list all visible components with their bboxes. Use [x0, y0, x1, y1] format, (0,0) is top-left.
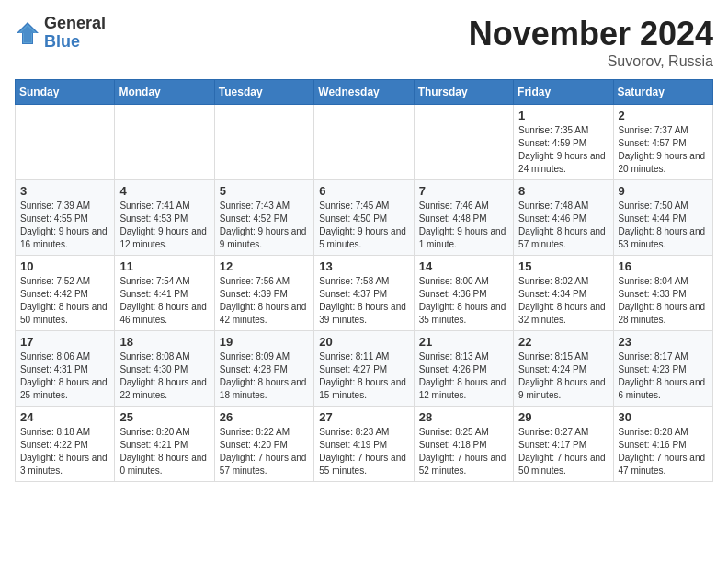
location: Suvorov, Russia	[469, 53, 713, 70]
day-number: 28	[419, 410, 508, 424]
calendar-table: SundayMondayTuesdayWednesdayThursdayFrid…	[15, 79, 713, 482]
calendar-week-row: 24Sunrise: 8:18 AM Sunset: 4:22 PM Dayli…	[16, 407, 713, 482]
day-number: 19	[220, 335, 309, 349]
day-info: Sunrise: 8:08 AM Sunset: 4:30 PM Dayligh…	[119, 350, 209, 402]
calendar-cell	[115, 105, 214, 180]
calendar-cell	[16, 105, 115, 180]
day-number: 4	[119, 184, 209, 198]
day-info: Sunrise: 7:37 AM Sunset: 4:57 PM Dayligh…	[619, 124, 708, 176]
calendar-cell: 20Sunrise: 8:11 AM Sunset: 4:27 PM Dayli…	[314, 331, 414, 407]
calendar-cell: 9Sunrise: 7:50 AM Sunset: 4:44 PM Daylig…	[613, 180, 712, 256]
day-info: Sunrise: 7:56 AM Sunset: 4:39 PM Dayligh…	[220, 275, 309, 327]
weekday-header: Monday	[115, 80, 214, 105]
calendar-cell: 26Sunrise: 8:22 AM Sunset: 4:20 PM Dayli…	[214, 407, 313, 482]
day-info: Sunrise: 8:23 AM Sunset: 4:19 PM Dayligh…	[319, 426, 408, 477]
day-info: Sunrise: 7:35 AM Sunset: 4:59 PM Dayligh…	[518, 124, 608, 176]
day-info: Sunrise: 8:22 AM Sunset: 4:20 PM Dayligh…	[220, 426, 309, 477]
day-info: Sunrise: 7:58 AM Sunset: 4:37 PM Dayligh…	[319, 275, 408, 327]
calendar-cell: 15Sunrise: 8:02 AM Sunset: 4:34 PM Dayli…	[514, 256, 613, 331]
day-info: Sunrise: 8:25 AM Sunset: 4:18 PM Dayligh…	[419, 426, 508, 477]
calendar-cell: 17Sunrise: 8:06 AM Sunset: 4:31 PM Dayli…	[16, 331, 115, 407]
calendar-cell: 13Sunrise: 7:58 AM Sunset: 4:37 PM Dayli…	[314, 256, 414, 331]
day-info: Sunrise: 8:13 AM Sunset: 4:26 PM Dayligh…	[419, 350, 508, 402]
day-number: 16	[619, 259, 708, 273]
weekday-header: Thursday	[414, 80, 513, 105]
title-block: November 2024 Suvorov, Russia	[469, 15, 713, 70]
calendar-cell: 8Sunrise: 7:48 AM Sunset: 4:46 PM Daylig…	[514, 180, 613, 256]
calendar-week-row: 10Sunrise: 7:52 AM Sunset: 4:42 PM Dayli…	[16, 256, 713, 331]
day-info: Sunrise: 7:50 AM Sunset: 4:44 PM Dayligh…	[619, 200, 708, 251]
calendar-cell: 22Sunrise: 8:15 AM Sunset: 4:24 PM Dayli…	[514, 331, 613, 407]
calendar-cell: 16Sunrise: 8:04 AM Sunset: 4:33 PM Dayli…	[613, 256, 712, 331]
calendar-cell	[314, 105, 414, 180]
day-number: 20	[319, 335, 408, 349]
calendar-cell: 12Sunrise: 7:56 AM Sunset: 4:39 PM Dayli…	[214, 256, 313, 331]
day-number: 13	[319, 259, 408, 273]
day-number: 15	[518, 259, 608, 273]
day-number: 27	[319, 410, 408, 424]
day-info: Sunrise: 7:43 AM Sunset: 4:52 PM Dayligh…	[220, 200, 309, 251]
day-number: 11	[119, 259, 209, 273]
day-info: Sunrise: 8:04 AM Sunset: 4:33 PM Dayligh…	[619, 275, 708, 327]
calendar-cell: 7Sunrise: 7:46 AM Sunset: 4:48 PM Daylig…	[414, 180, 513, 256]
day-info: Sunrise: 8:17 AM Sunset: 4:23 PM Dayligh…	[619, 350, 708, 402]
day-info: Sunrise: 8:28 AM Sunset: 4:16 PM Dayligh…	[619, 426, 708, 477]
calendar-cell: 27Sunrise: 8:23 AM Sunset: 4:19 PM Dayli…	[314, 407, 414, 482]
day-info: Sunrise: 8:11 AM Sunset: 4:27 PM Dayligh…	[319, 350, 408, 402]
logo-text: General Blue	[44, 15, 106, 52]
day-number: 12	[220, 259, 309, 273]
day-number: 25	[119, 410, 209, 424]
weekday-header: Sunday	[16, 80, 115, 105]
calendar-cell: 3Sunrise: 7:39 AM Sunset: 4:55 PM Daylig…	[16, 180, 115, 256]
calendar-body: 1Sunrise: 7:35 AM Sunset: 4:59 PM Daylig…	[16, 105, 713, 482]
day-number: 2	[619, 109, 708, 122]
day-number: 6	[319, 184, 408, 198]
day-info: Sunrise: 8:06 AM Sunset: 4:31 PM Dayligh…	[20, 350, 109, 402]
logo: General Blue	[15, 15, 106, 52]
day-number: 17	[20, 335, 109, 349]
day-number: 5	[220, 184, 309, 198]
day-number: 29	[518, 410, 608, 424]
calendar-cell: 2Sunrise: 7:37 AM Sunset: 4:57 PM Daylig…	[613, 105, 712, 180]
day-info: Sunrise: 7:54 AM Sunset: 4:41 PM Dayligh…	[119, 275, 209, 327]
day-info: Sunrise: 8:20 AM Sunset: 4:21 PM Dayligh…	[119, 426, 209, 477]
calendar-week-row: 1Sunrise: 7:35 AM Sunset: 4:59 PM Daylig…	[16, 105, 713, 180]
calendar-cell: 1Sunrise: 7:35 AM Sunset: 4:59 PM Daylig…	[514, 105, 613, 180]
calendar-cell: 30Sunrise: 8:28 AM Sunset: 4:16 PM Dayli…	[613, 407, 712, 482]
day-number: 9	[619, 184, 708, 198]
day-info: Sunrise: 7:39 AM Sunset: 4:55 PM Dayligh…	[20, 200, 109, 251]
calendar-cell: 28Sunrise: 8:25 AM Sunset: 4:18 PM Dayli…	[414, 407, 513, 482]
day-number: 8	[518, 184, 608, 198]
day-info: Sunrise: 7:45 AM Sunset: 4:50 PM Dayligh…	[319, 200, 408, 251]
calendar-cell: 25Sunrise: 8:20 AM Sunset: 4:21 PM Dayli…	[115, 407, 214, 482]
day-info: Sunrise: 8:18 AM Sunset: 4:22 PM Dayligh…	[20, 426, 109, 477]
day-info: Sunrise: 8:15 AM Sunset: 4:24 PM Dayligh…	[518, 350, 608, 402]
page-header: General Blue November 2024 Suvorov, Russ…	[15, 15, 713, 70]
calendar-cell: 6Sunrise: 7:45 AM Sunset: 4:50 PM Daylig…	[314, 180, 414, 256]
calendar-header: SundayMondayTuesdayWednesdayThursdayFrid…	[16, 80, 713, 105]
calendar-cell: 21Sunrise: 8:13 AM Sunset: 4:26 PM Dayli…	[414, 331, 513, 407]
day-number: 18	[119, 335, 209, 349]
calendar-cell: 4Sunrise: 7:41 AM Sunset: 4:53 PM Daylig…	[115, 180, 214, 256]
day-number: 30	[619, 410, 708, 424]
day-info: Sunrise: 8:00 AM Sunset: 4:36 PM Dayligh…	[419, 275, 508, 327]
calendar-cell: 19Sunrise: 8:09 AM Sunset: 4:28 PM Dayli…	[214, 331, 313, 407]
day-info: Sunrise: 7:52 AM Sunset: 4:42 PM Dayligh…	[20, 275, 109, 327]
day-number: 21	[419, 335, 508, 349]
day-info: Sunrise: 8:09 AM Sunset: 4:28 PM Dayligh…	[220, 350, 309, 402]
calendar-week-row: 17Sunrise: 8:06 AM Sunset: 4:31 PM Dayli…	[16, 331, 713, 407]
day-info: Sunrise: 7:46 AM Sunset: 4:48 PM Dayligh…	[419, 200, 508, 251]
day-number: 23	[619, 335, 708, 349]
weekday-header: Tuesday	[214, 80, 313, 105]
weekday-row: SundayMondayTuesdayWednesdayThursdayFrid…	[16, 80, 713, 105]
calendar-cell: 14Sunrise: 8:00 AM Sunset: 4:36 PM Dayli…	[414, 256, 513, 331]
calendar-week-row: 3Sunrise: 7:39 AM Sunset: 4:55 PM Daylig…	[16, 180, 713, 256]
calendar-cell: 24Sunrise: 8:18 AM Sunset: 4:22 PM Dayli…	[16, 407, 115, 482]
day-number: 14	[419, 259, 508, 273]
month-title: November 2024	[469, 15, 713, 53]
day-number: 7	[419, 184, 508, 198]
calendar-cell: 29Sunrise: 8:27 AM Sunset: 4:17 PM Dayli…	[514, 407, 613, 482]
calendar-cell: 11Sunrise: 7:54 AM Sunset: 4:41 PM Dayli…	[115, 256, 214, 331]
day-info: Sunrise: 7:48 AM Sunset: 4:46 PM Dayligh…	[518, 200, 608, 251]
day-info: Sunrise: 8:02 AM Sunset: 4:34 PM Dayligh…	[518, 275, 608, 327]
